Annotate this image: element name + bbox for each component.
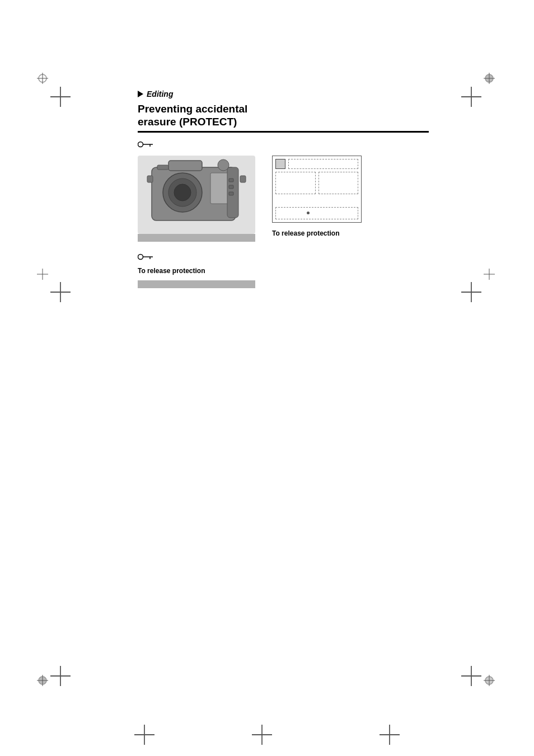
svg-rect-50 (240, 176, 246, 182)
svg-rect-46 (229, 179, 233, 182)
corner-mark-br-inner (461, 666, 481, 686)
lcd-thumb-indicator (275, 159, 285, 169)
corner-mark-mr-inner (461, 282, 481, 302)
release-title-right: To release protection (272, 229, 339, 237)
section-header: Editing (138, 90, 429, 98)
svg-rect-41 (168, 161, 202, 171)
two-col-section: To release protection (138, 156, 429, 242)
corner-mark-bcr (380, 725, 400, 745)
key-icon-top (138, 140, 429, 150)
corner-mark-tl-inner (50, 87, 71, 107)
corner-mark-bl-inner (50, 666, 71, 686)
svg-point-51 (138, 254, 143, 259)
corner-mark-tr-inner (461, 87, 481, 107)
gray-bar-bottom (138, 280, 255, 288)
lcd-screen (272, 156, 362, 223)
svg-rect-44 (157, 165, 168, 170)
second-section: To release protection (138, 253, 429, 288)
lcd-dot (307, 212, 310, 214)
content-area: Editing Preventing accidental erasure (P… (138, 90, 429, 288)
editing-label: Editing (147, 90, 173, 98)
svg-rect-47 (229, 185, 233, 189)
lcd-bottom-bar (275, 207, 358, 219)
corner-mark-bcl (134, 725, 154, 745)
lcd-dashed-mid-left (275, 172, 316, 194)
corner-mark-ml-inner (50, 282, 71, 302)
main-title: Preventing accidental erasure (PROTECT) (138, 103, 429, 133)
key-icon-bottom (138, 253, 429, 262)
triangle-icon (138, 91, 143, 97)
svg-rect-48 (229, 192, 233, 195)
camera-svg (140, 156, 252, 233)
camera-image (138, 156, 255, 234)
lcd-dashed-mid-right (318, 172, 358, 194)
corner-mark-bc (252, 725, 272, 745)
svg-rect-49 (147, 176, 153, 182)
camera-illustration-col (138, 156, 261, 242)
release-title-bottom: To release protection (138, 267, 429, 275)
gray-bar-camera (138, 234, 255, 242)
svg-point-40 (174, 184, 191, 201)
svg-point-45 (218, 159, 229, 171)
lcd-dashed-top (288, 159, 358, 169)
lcd-preview-col: To release protection (272, 156, 429, 237)
svg-point-34 (138, 142, 143, 147)
